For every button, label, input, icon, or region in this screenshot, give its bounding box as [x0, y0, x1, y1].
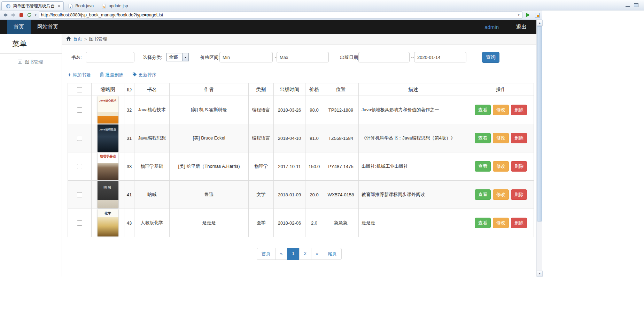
pagination-first[interactable]: 首页	[257, 248, 276, 260]
pagination-page-1[interactable]: 1	[287, 248, 299, 260]
cell-price: 91.0	[305, 124, 323, 152]
home-icon	[66, 36, 71, 42]
plus-icon: +	[68, 73, 71, 77]
view-button[interactable]: 查看	[475, 161, 491, 172]
forward-icon[interactable]	[10, 12, 16, 18]
edit-button[interactable]: 修改	[493, 189, 509, 200]
batch-delete-link[interactable]: 批量删除	[100, 72, 123, 78]
maximize-icon[interactable]	[634, 3, 638, 7]
pagination-page-2[interactable]: 2	[299, 248, 311, 260]
stop-icon[interactable]	[18, 12, 24, 18]
window-controls	[626, 3, 638, 7]
pagination-last[interactable]: 尾页	[323, 248, 342, 260]
price-range-label: 价格区间:	[200, 52, 220, 63]
tab-browser[interactable]: 简单图书管理系统后台 ✕	[1, 1, 64, 10]
scrollbar-thumb[interactable]	[537, 26, 542, 221]
nav-item-site-home[interactable]: 网站首页	[31, 20, 65, 34]
tab-update-jsp[interactable]: % update.jsp	[97, 1, 131, 10]
header-category: 类别	[249, 83, 274, 96]
cell-location: PY487-1475	[323, 152, 359, 181]
add-book-link[interactable]: + 添加书籍	[68, 72, 91, 78]
pagination: 首页 « 1 2 » 尾页	[62, 248, 536, 260]
go-icon[interactable]	[526, 13, 530, 17]
globe-icon	[5, 3, 11, 9]
category-selected-value: 全部	[167, 54, 182, 60]
sidebar-title: 菜单	[0, 34, 62, 53]
table-toolbar: + 添加书籍 批量删除 更新排序	[68, 72, 536, 78]
cell-description: 出版社:机械工业出版社	[359, 152, 468, 181]
cell-title: Java编程思想	[134, 124, 170, 152]
view-button[interactable]: 查看	[475, 133, 491, 143]
view-button[interactable]: 查看	[475, 189, 491, 200]
category-label: 选择分类:	[143, 52, 162, 63]
date-from-input[interactable]	[358, 52, 410, 62]
view-button[interactable]: 查看	[475, 105, 491, 115]
pagination-next[interactable]: »	[311, 248, 323, 260]
cell-description: 教育部推荐新课标同步课外阅读	[359, 181, 468, 209]
edit-button[interactable]: 修改	[493, 105, 509, 115]
minimize-icon[interactable]	[626, 6, 630, 7]
cell-author: 鲁迅	[170, 181, 249, 209]
row-checkbox[interactable]	[77, 107, 82, 113]
delete-button[interactable]: 删除	[511, 161, 527, 172]
url-dropdown-icon[interactable]: ▾	[517, 13, 520, 17]
row-checkbox[interactable]	[77, 220, 82, 226]
edit-button[interactable]: 修改	[493, 161, 509, 172]
delete-button[interactable]: 删除	[511, 189, 527, 200]
cell-description: Java领域极具影响力和价值的著作之一	[359, 96, 468, 124]
breadcrumb-separator: >	[84, 37, 87, 42]
url-input[interactable]	[41, 13, 517, 17]
site-navbar: 首页 网站首页 admin 退出	[0, 20, 536, 34]
table-row: 呐喊 41 呐喊 鲁迅 文学 2018-01-09 20.0 WX574-015…	[68, 181, 534, 209]
search-button[interactable]: 查询	[482, 52, 499, 63]
cell-author: [美] 凯 S.霍斯特曼	[170, 96, 249, 124]
cell-author: [美] Bruce Eckel	[170, 124, 249, 152]
cell-actions: 查看修改删除	[468, 209, 534, 237]
toolbar-dropdown-icon[interactable]: ▾	[34, 13, 37, 17]
close-icon[interactable]: ✕	[57, 4, 60, 8]
row-checkbox[interactable]	[77, 192, 82, 197]
add-book-label: 添加书籍	[72, 72, 91, 78]
row-checkbox[interactable]	[77, 164, 82, 169]
date-to-input[interactable]	[414, 52, 466, 62]
table-row: 化学 43 人教版化学 是是是 医学 2018-02-06 2.0 急急急 是是…	[68, 209, 534, 237]
logged-in-user[interactable]: admin	[484, 24, 499, 30]
header-location: 位置	[323, 83, 359, 96]
price-min-input[interactable]	[219, 52, 273, 62]
scroll-down-icon[interactable]: ▼	[537, 271, 543, 277]
breadcrumb-current: 图书管理	[89, 36, 107, 42]
row-checkbox[interactable]	[77, 136, 82, 141]
cell-category: 文学	[249, 181, 274, 209]
update-sort-link[interactable]: 更新排序	[132, 72, 156, 78]
book-cover-thumbnail: Java编程思想	[98, 125, 118, 152]
tab-book-java[interactable]: J Book.java	[64, 1, 97, 10]
tab-label: update.jsp	[109, 3, 128, 8]
category-select[interactable]: 全部 ▼	[166, 53, 189, 61]
edit-button[interactable]: 修改	[493, 133, 509, 143]
breadcrumb-home-link[interactable]: 首页	[73, 36, 82, 42]
sidebar-item-book-manage[interactable]: 图书管理	[0, 54, 62, 65]
delete-button[interactable]: 删除	[511, 105, 527, 115]
breadcrumb: 首页 > 图书管理	[62, 34, 536, 45]
pagination-prev[interactable]: «	[275, 248, 287, 260]
refresh-icon[interactable]	[26, 12, 32, 18]
book-name-input[interactable]	[86, 52, 134, 62]
cell-description: 是是是	[359, 209, 468, 237]
delete-button[interactable]: 删除	[511, 218, 527, 228]
view-button[interactable]: 查看	[475, 218, 491, 228]
external-browser-icon[interactable]	[535, 13, 540, 17]
delete-button[interactable]: 删除	[511, 133, 527, 143]
nav-item-home[interactable]: 首页	[7, 20, 31, 34]
book-cover-thumbnail: 呐喊	[98, 181, 118, 208]
back-icon[interactable]	[2, 12, 8, 18]
editor-tabs: 简单图书管理系统后台 ✕ J Book.java % update.jsp	[0, 1, 131, 10]
page-body: 菜单 图书管理 首页 > 图书管理	[0, 34, 536, 277]
price-max-input[interactable]	[277, 52, 329, 62]
select-all-checkbox[interactable]	[77, 87, 82, 92]
cell-location: TP312-1889	[323, 96, 359, 124]
scroll-up-icon[interactable]: ▲	[537, 20, 543, 26]
logout-link[interactable]: 退出	[516, 24, 527, 30]
cell-publish-date: 2017-10-11	[274, 152, 305, 181]
cell-id: 31	[124, 124, 134, 152]
edit-button[interactable]: 修改	[493, 218, 509, 228]
